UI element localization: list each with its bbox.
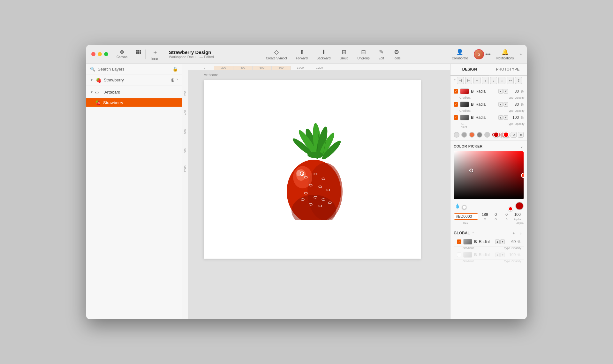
sidebar: 🔍 🔒 ▼ 🍓 Strawberry ⊕ › ▼ ▭ Artboard 🍓 [86,64,182,319]
ruler-mark-v: 200 [184,77,187,96]
align-top-button[interactable]: ↑ [482,77,489,84]
gradient-handle-1[interactable] [493,132,499,138]
gradient-3-type-stepper[interactable]: ▲ ▼ [498,115,508,120]
global-gradient-1-preview[interactable] [463,239,472,245]
g-value[interactable]: 0 [491,212,501,217]
gradient-1-type-stepper[interactable]: ▲ ▼ [498,89,508,94]
gradient-3-checkbox[interactable]: ✓ [454,115,458,120]
gradient-3-type: Radial [476,115,496,120]
color-swatch[interactable] [515,202,524,210]
global-add-button[interactable]: + [511,230,517,236]
stepper-down[interactable]: ▼ [503,102,508,107]
strawberry-illustration[interactable] [264,118,360,220]
gradient-3-preview[interactable] [460,115,469,120]
insert-button[interactable]: ＋ Insert [147,47,164,62]
align-center-v-button[interactable]: ↕ [498,77,505,84]
gradient-handle-4[interactable] [503,132,509,138]
backward-button[interactable]: ⬇ Backward [312,47,335,61]
stepper-up[interactable]: ▲ [498,89,503,94]
align-row: # ⊣ ⊢ ↔ ↑ ↓ ↕ ⇔ ⇕ [450,76,527,85]
stop-circle-5[interactable] [484,132,490,138]
notifications-button[interactable]: 🔔 Notifications [492,47,518,61]
stepper-down[interactable]: ▼ [503,115,508,120]
color-gradient-handle[interactable] [469,169,473,172]
distribute-v-button[interactable]: ⇕ [515,77,522,84]
minimize-button[interactable] [98,52,102,56]
gradient-2-checkbox[interactable]: ✓ [454,102,458,107]
align-right-button[interactable]: ⊢ [465,77,472,84]
stepper-up[interactable]: ▲ [498,102,503,107]
gradient-1-checkbox[interactable]: ✓ [454,89,458,94]
gradient-2-type-stepper[interactable]: ▲ ▼ [498,102,508,107]
canvas-view-button[interactable]: Canvas [113,49,131,60]
group-button[interactable]: ⊞ Group [335,47,353,61]
doc-title: Strawberry Design [169,49,211,55]
expand-layers-button[interactable]: › [177,77,178,83]
stop-circle-3[interactable] [469,132,475,138]
hex-input[interactable] [458,214,476,219]
maximize-button[interactable] [104,52,108,56]
ungroup-button[interactable]: ⊟ Ungroup [353,47,374,61]
rotate-buttons: ↺ ↻ [511,132,524,138]
search-input[interactable] [98,67,170,72]
avatar[interactable]: S [474,49,484,59]
global-gradient-2-stepper[interactable]: ▲ ▼ [495,253,505,257]
collaborate-button[interactable]: 👤 Collaborate [447,47,473,61]
create-symbol-button[interactable]: ◇ Create Symbol [261,47,291,61]
add-layer-button[interactable]: ⊕ [170,77,175,83]
global-gradient-2-checkbox[interactable] [457,253,461,257]
stepper-down[interactable]: ▼ [500,239,505,244]
stepper-up[interactable]: ▲ [498,115,503,120]
align-center-h-button[interactable]: ↔ [473,77,481,84]
opacity-handle[interactable] [508,207,513,211]
global-gradient-1-checkbox[interactable]: ✓ [457,239,461,244]
rotate-ccw-button[interactable]: ↺ [511,132,517,138]
stop-circle-2[interactable] [461,132,467,138]
hue-handle[interactable] [462,205,466,209]
backward-icon: ⬇ [321,49,326,56]
lock-icon: 🔒 [172,66,178,72]
global-expand-icon: ⌃ [472,231,475,235]
align-left-button[interactable]: ⊣ [457,77,464,84]
canvas-viewport[interactable]: Artboard [188,70,450,319]
expand-icon[interactable]: » [519,52,522,57]
section-divider [450,86,527,86]
gradient-2-preview[interactable] [460,102,469,107]
layer-item-strawberry[interactable]: 🍓 Strawberry [86,98,182,107]
edit-button[interactable]: ✎ Edit [374,47,389,61]
collapse-color-picker-button[interactable]: ⌄ [520,144,524,149]
edit-icon: ✎ [379,49,384,56]
global-gradient-2-preview[interactable] [463,252,472,258]
stepper-down[interactable]: ▼ [503,89,508,94]
channel-inputs: 189 R 0 G 0 B 100 Alpha [480,212,522,221]
global-opacity-label2: Opacity [511,260,520,263]
forward-icon: ⬆ [299,49,304,56]
alpha-value[interactable]: 100 [513,212,522,217]
color-gradient-box[interactable] [454,151,524,199]
stepper-up[interactable]: ▲ [495,253,500,257]
tools-button[interactable]: ⚙ Tools [389,47,405,61]
b-value[interactable]: 0 [502,212,511,217]
tab-design[interactable]: DESIGN [450,64,489,75]
more-icon[interactable]: ••• [485,51,491,57]
global-gradient-row-1: ✓ B Radial ▲ ▼ 60 % [454,237,524,246]
bell-icon: 🔔 [502,49,509,56]
stepper-up[interactable]: ▲ [495,239,500,244]
eyedropper-button[interactable]: 💧 [454,202,461,209]
stop-circle-4[interactable] [477,132,482,138]
rotate-cw-button[interactable]: ↻ [518,132,524,138]
tab-prototype[interactable]: PROTOTYPE [489,64,527,75]
align-bottom-button[interactable]: ↓ [490,77,497,84]
stop-circle-1[interactable] [454,132,459,138]
close-button[interactable] [91,52,95,56]
grid-view-button[interactable]: . [133,49,144,60]
gradient-1-preview[interactable] [460,88,469,94]
global-gradient-1-stepper[interactable]: ▲ ▼ [495,239,505,244]
global-next-button[interactable]: › [518,230,524,236]
r-value[interactable]: 189 [480,212,490,217]
gradient-label-gradient: Gradient [459,96,471,99]
distribute-h-button[interactable]: ⇔ [507,77,514,84]
stepper-down[interactable]: ▼ [500,253,505,257]
artboard-row[interactable]: ▼ ▭ Artboard [86,86,182,98]
forward-button[interactable]: ⬆ Forward [291,47,312,61]
